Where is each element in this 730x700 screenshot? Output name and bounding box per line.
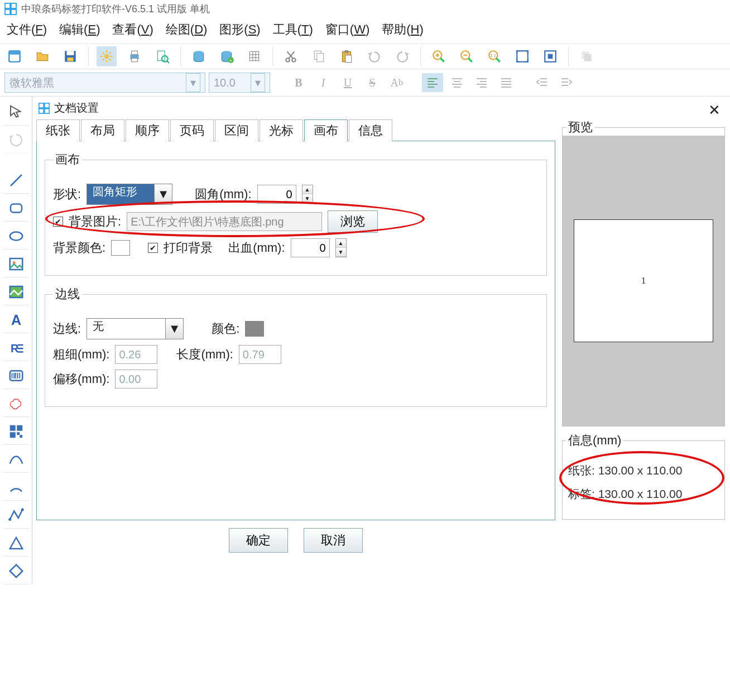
strike-icon[interactable]: S (362, 73, 383, 92)
open-icon[interactable] (32, 46, 52, 66)
printbg-checkbox[interactable]: ✔ (148, 243, 158, 253)
svg-rect-99 (9, 425, 15, 430)
tab-order[interactable]: 顺序 (126, 119, 169, 141)
qrcode-tool-icon[interactable] (3, 418, 30, 445)
thick-input[interactable] (115, 345, 157, 364)
ellipse-tool-icon[interactable] (3, 223, 30, 250)
menu-shape[interactable]: 图形(S) (219, 21, 260, 38)
richtext-tool-icon[interactable]: R (3, 334, 30, 361)
print-preview-icon[interactable] (152, 46, 172, 66)
rotate-tool-icon[interactable] (3, 127, 30, 154)
chevron-down-icon[interactable]: ▼ (154, 184, 172, 204)
font-name-value: 微软雅黑 (9, 75, 54, 90)
curve-tool-icon[interactable] (3, 446, 30, 473)
underline-icon[interactable]: U (337, 73, 358, 92)
paste-icon[interactable] (337, 46, 357, 66)
save-icon[interactable] (60, 46, 80, 66)
menu-draw[interactable]: 绘图(D) (166, 21, 208, 38)
align-right-icon[interactable] (471, 73, 492, 92)
menu-edit[interactable]: 编辑(E) (59, 21, 100, 38)
ok-button[interactable]: 确定 (229, 528, 288, 553)
grid-icon[interactable] (244, 46, 265, 66)
corner-spinner[interactable]: ▲▼ (302, 185, 313, 204)
offset-input[interactable] (115, 370, 157, 389)
copy-icon[interactable] (309, 46, 329, 66)
info-group: 信息(mm) 纸张: 130.00 x 110.00 标签: 130.00 x … (562, 432, 725, 520)
bgcolor-swatch[interactable] (111, 240, 130, 256)
app-title: 中琅条码标签打印软件-V6.5.1 试用版 单机 (21, 2, 210, 16)
italic-icon[interactable]: I (313, 73, 334, 92)
align-justify-icon[interactable] (496, 73, 517, 92)
tab-layout[interactable]: 布局 (81, 119, 124, 141)
bgimg-checkbox[interactable]: ✔ (53, 217, 63, 227)
undo-icon[interactable] (364, 46, 385, 66)
browse-button[interactable]: 浏览 (328, 210, 378, 233)
chevron-down-icon[interactable]: ▾ (251, 73, 265, 92)
svg-text:1:1: 1:1 (491, 53, 497, 58)
roundrect-tool-icon[interactable] (3, 195, 30, 222)
superscript-icon[interactable]: Ab (386, 73, 407, 92)
font-size-combo[interactable]: 10.0 ▾ (209, 73, 270, 93)
database-add-icon[interactable]: + (217, 46, 237, 66)
indent-out-icon[interactable] (531, 73, 553, 92)
polyline-tool-icon[interactable] (3, 502, 30, 529)
cut-icon[interactable] (281, 46, 301, 66)
length-input[interactable] (239, 345, 281, 364)
dialog-icon (39, 103, 50, 114)
zoom-fit-icon[interactable] (512, 46, 532, 66)
zoom-in-icon[interactable] (429, 46, 449, 66)
zoom-100-icon[interactable]: 1:1 (484, 46, 505, 66)
print-icon[interactable] (124, 46, 145, 66)
indent-in-icon[interactable] (556, 73, 577, 92)
zoom-out-icon[interactable] (457, 46, 477, 66)
tab-cursor[interactable]: 光标 (260, 119, 303, 141)
zoom-sel-icon[interactable] (540, 46, 560, 66)
tab-page[interactable]: 页码 (170, 119, 214, 141)
arc-tool-icon[interactable] (3, 474, 30, 501)
barcode-tool-icon[interactable] (3, 362, 30, 389)
border-select[interactable]: 无 ▼ (87, 318, 184, 339)
redo-icon[interactable] (392, 46, 412, 66)
corner-input[interactable] (257, 185, 296, 204)
new-doc-icon[interactable] (4, 46, 25, 66)
text-tool-icon[interactable]: A (3, 306, 30, 333)
svg-rect-100 (17, 425, 22, 430)
bgimg-path-input[interactable] (127, 212, 322, 231)
tab-info[interactable]: 信息 (349, 119, 392, 141)
layers-icon[interactable] (577, 46, 597, 66)
shape-tool-icon[interactable] (3, 390, 30, 417)
diamond-tool-icon[interactable] (3, 558, 30, 584)
chevron-down-icon[interactable]: ▾ (186, 73, 200, 92)
svg-rect-0 (6, 4, 9, 8)
menu-file[interactable]: 文件(F) (7, 21, 47, 38)
database-icon[interactable] (189, 46, 209, 66)
settings-icon[interactable] (97, 46, 117, 66)
bgcolor-label: 背景颜色: (53, 239, 105, 256)
border-color-swatch[interactable] (245, 321, 264, 337)
close-icon[interactable]: ✕ (708, 102, 721, 119)
picture-tool-icon[interactable] (3, 279, 30, 305)
pointer-tool-icon[interactable] (3, 99, 30, 126)
svg-rect-110 (40, 109, 44, 113)
cancel-button[interactable]: 取消 (304, 528, 363, 553)
align-center-icon[interactable] (446, 73, 468, 92)
align-left-icon[interactable] (422, 73, 443, 92)
shape-select[interactable]: 圆角矩形 ▼ (87, 184, 172, 205)
bold-icon[interactable]: B (288, 73, 309, 92)
bleed-spinner[interactable]: ▲▼ (335, 238, 347, 257)
tab-paper[interactable]: 纸张 (36, 119, 80, 141)
canvas-legend: 画布 (53, 151, 82, 168)
line-tool-icon[interactable] (3, 167, 30, 194)
font-name-combo[interactable]: 微软雅黑 ▾ (4, 73, 205, 93)
chevron-down-icon[interactable]: ▼ (165, 319, 183, 339)
menu-help[interactable]: 帮助(H) (382, 21, 424, 38)
menu-view[interactable]: 查看(V) (112, 21, 153, 38)
tab-canvas[interactable]: 画布 (304, 119, 348, 141)
triangle-tool-icon[interactable] (3, 530, 30, 557)
image-tool-icon[interactable] (3, 251, 30, 277)
tab-range[interactable]: 区间 (215, 119, 258, 141)
menu-window[interactable]: 窗口(W) (325, 21, 369, 38)
menu-tool[interactable]: 工具(T) (273, 21, 313, 38)
preview-group: 预览 1 (562, 119, 725, 426)
bleed-input[interactable] (291, 238, 330, 257)
